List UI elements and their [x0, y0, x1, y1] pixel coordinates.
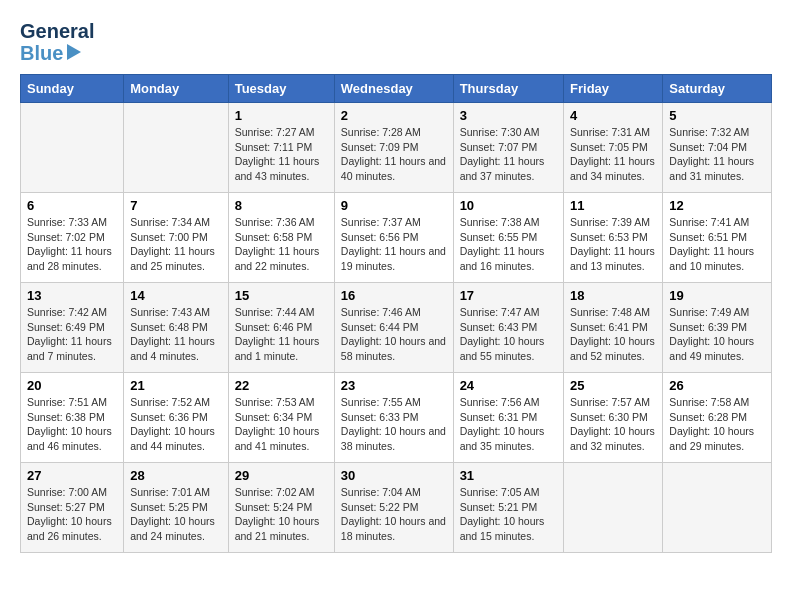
day-of-week-header: Thursday [453, 75, 563, 103]
day-info: Sunrise: 7:48 AM Sunset: 6:41 PM Dayligh… [570, 305, 656, 364]
calendar-day-cell: 18Sunrise: 7:48 AM Sunset: 6:41 PM Dayli… [564, 283, 663, 373]
day-info: Sunrise: 7:01 AM Sunset: 5:25 PM Dayligh… [130, 485, 222, 544]
page-header: General Blue [20, 20, 772, 64]
calendar-day-cell: 7Sunrise: 7:34 AM Sunset: 7:00 PM Daylig… [124, 193, 229, 283]
day-of-week-header: Tuesday [228, 75, 334, 103]
logo-blue: Blue [20, 42, 94, 64]
calendar-day-cell: 29Sunrise: 7:02 AM Sunset: 5:24 PM Dayli… [228, 463, 334, 553]
calendar-day-cell: 19Sunrise: 7:49 AM Sunset: 6:39 PM Dayli… [663, 283, 772, 373]
day-number: 23 [341, 378, 447, 393]
calendar-day-cell: 16Sunrise: 7:46 AM Sunset: 6:44 PM Dayli… [334, 283, 453, 373]
day-number: 15 [235, 288, 328, 303]
day-of-week-header: Sunday [21, 75, 124, 103]
day-info: Sunrise: 7:32 AM Sunset: 7:04 PM Dayligh… [669, 125, 765, 184]
day-info: Sunrise: 7:38 AM Sunset: 6:55 PM Dayligh… [460, 215, 557, 274]
day-of-week-header: Monday [124, 75, 229, 103]
calendar-day-cell: 25Sunrise: 7:57 AM Sunset: 6:30 PM Dayli… [564, 373, 663, 463]
calendar-week-row: 1Sunrise: 7:27 AM Sunset: 7:11 PM Daylig… [21, 103, 772, 193]
day-info: Sunrise: 7:31 AM Sunset: 7:05 PM Dayligh… [570, 125, 656, 184]
calendar-day-cell: 27Sunrise: 7:00 AM Sunset: 5:27 PM Dayli… [21, 463, 124, 553]
calendar-day-cell: 6Sunrise: 7:33 AM Sunset: 7:02 PM Daylig… [21, 193, 124, 283]
day-info: Sunrise: 7:56 AM Sunset: 6:31 PM Dayligh… [460, 395, 557, 454]
day-info: Sunrise: 7:33 AM Sunset: 7:02 PM Dayligh… [27, 215, 117, 274]
day-number: 29 [235, 468, 328, 483]
calendar-week-row: 6Sunrise: 7:33 AM Sunset: 7:02 PM Daylig… [21, 193, 772, 283]
day-info: Sunrise: 7:41 AM Sunset: 6:51 PM Dayligh… [669, 215, 765, 274]
day-info: Sunrise: 7:02 AM Sunset: 5:24 PM Dayligh… [235, 485, 328, 544]
day-info: Sunrise: 7:27 AM Sunset: 7:11 PM Dayligh… [235, 125, 328, 184]
day-number: 13 [27, 288, 117, 303]
day-number: 19 [669, 288, 765, 303]
day-number: 9 [341, 198, 447, 213]
day-number: 4 [570, 108, 656, 123]
day-info: Sunrise: 7:44 AM Sunset: 6:46 PM Dayligh… [235, 305, 328, 364]
calendar-day-cell: 28Sunrise: 7:01 AM Sunset: 5:25 PM Dayli… [124, 463, 229, 553]
day-info: Sunrise: 7:30 AM Sunset: 7:07 PM Dayligh… [460, 125, 557, 184]
day-of-week-header: Friday [564, 75, 663, 103]
day-number: 10 [460, 198, 557, 213]
calendar-day-cell [564, 463, 663, 553]
logo-text: General Blue [20, 20, 94, 64]
day-info: Sunrise: 7:49 AM Sunset: 6:39 PM Dayligh… [669, 305, 765, 364]
calendar-day-cell: 5Sunrise: 7:32 AM Sunset: 7:04 PM Daylig… [663, 103, 772, 193]
calendar-day-cell: 2Sunrise: 7:28 AM Sunset: 7:09 PM Daylig… [334, 103, 453, 193]
calendar-day-cell: 15Sunrise: 7:44 AM Sunset: 6:46 PM Dayli… [228, 283, 334, 373]
calendar-day-cell: 4Sunrise: 7:31 AM Sunset: 7:05 PM Daylig… [564, 103, 663, 193]
day-number: 14 [130, 288, 222, 303]
day-of-week-header: Wednesday [334, 75, 453, 103]
day-number: 16 [341, 288, 447, 303]
calendar-day-cell: 11Sunrise: 7:39 AM Sunset: 6:53 PM Dayli… [564, 193, 663, 283]
calendar-week-row: 27Sunrise: 7:00 AM Sunset: 5:27 PM Dayli… [21, 463, 772, 553]
day-number: 17 [460, 288, 557, 303]
calendar-day-cell [663, 463, 772, 553]
calendar-week-row: 13Sunrise: 7:42 AM Sunset: 6:49 PM Dayli… [21, 283, 772, 373]
calendar-day-cell: 9Sunrise: 7:37 AM Sunset: 6:56 PM Daylig… [334, 193, 453, 283]
day-info: Sunrise: 7:58 AM Sunset: 6:28 PM Dayligh… [669, 395, 765, 454]
day-info: Sunrise: 7:39 AM Sunset: 6:53 PM Dayligh… [570, 215, 656, 274]
day-number: 24 [460, 378, 557, 393]
calendar-day-cell: 3Sunrise: 7:30 AM Sunset: 7:07 PM Daylig… [453, 103, 563, 193]
day-info: Sunrise: 7:00 AM Sunset: 5:27 PM Dayligh… [27, 485, 117, 544]
day-number: 8 [235, 198, 328, 213]
calendar-day-cell: 31Sunrise: 7:05 AM Sunset: 5:21 PM Dayli… [453, 463, 563, 553]
day-number: 11 [570, 198, 656, 213]
day-number: 22 [235, 378, 328, 393]
logo-arrow-icon [67, 44, 81, 60]
logo: General Blue [20, 20, 94, 64]
day-number: 18 [570, 288, 656, 303]
day-number: 31 [460, 468, 557, 483]
day-info: Sunrise: 7:52 AM Sunset: 6:36 PM Dayligh… [130, 395, 222, 454]
day-info: Sunrise: 7:04 AM Sunset: 5:22 PM Dayligh… [341, 485, 447, 544]
calendar-day-cell: 30Sunrise: 7:04 AM Sunset: 5:22 PM Dayli… [334, 463, 453, 553]
calendar-day-cell: 13Sunrise: 7:42 AM Sunset: 6:49 PM Dayli… [21, 283, 124, 373]
day-info: Sunrise: 7:36 AM Sunset: 6:58 PM Dayligh… [235, 215, 328, 274]
calendar-day-cell: 26Sunrise: 7:58 AM Sunset: 6:28 PM Dayli… [663, 373, 772, 463]
day-info: Sunrise: 7:55 AM Sunset: 6:33 PM Dayligh… [341, 395, 447, 454]
day-number: 5 [669, 108, 765, 123]
day-number: 30 [341, 468, 447, 483]
day-info: Sunrise: 7:05 AM Sunset: 5:21 PM Dayligh… [460, 485, 557, 544]
calendar-day-cell: 14Sunrise: 7:43 AM Sunset: 6:48 PM Dayli… [124, 283, 229, 373]
calendar-day-cell: 8Sunrise: 7:36 AM Sunset: 6:58 PM Daylig… [228, 193, 334, 283]
day-info: Sunrise: 7:28 AM Sunset: 7:09 PM Dayligh… [341, 125, 447, 184]
day-number: 3 [460, 108, 557, 123]
day-number: 28 [130, 468, 222, 483]
calendar-day-cell: 20Sunrise: 7:51 AM Sunset: 6:38 PM Dayli… [21, 373, 124, 463]
calendar-day-cell: 21Sunrise: 7:52 AM Sunset: 6:36 PM Dayli… [124, 373, 229, 463]
calendar-week-row: 20Sunrise: 7:51 AM Sunset: 6:38 PM Dayli… [21, 373, 772, 463]
day-info: Sunrise: 7:43 AM Sunset: 6:48 PM Dayligh… [130, 305, 222, 364]
calendar-day-cell: 23Sunrise: 7:55 AM Sunset: 6:33 PM Dayli… [334, 373, 453, 463]
day-number: 2 [341, 108, 447, 123]
day-of-week-header: Saturday [663, 75, 772, 103]
calendar-day-cell [124, 103, 229, 193]
day-number: 12 [669, 198, 765, 213]
day-number: 6 [27, 198, 117, 213]
day-number: 7 [130, 198, 222, 213]
calendar-day-cell: 10Sunrise: 7:38 AM Sunset: 6:55 PM Dayli… [453, 193, 563, 283]
calendar-day-cell: 1Sunrise: 7:27 AM Sunset: 7:11 PM Daylig… [228, 103, 334, 193]
day-info: Sunrise: 7:57 AM Sunset: 6:30 PM Dayligh… [570, 395, 656, 454]
calendar-day-cell: 17Sunrise: 7:47 AM Sunset: 6:43 PM Dayli… [453, 283, 563, 373]
calendar-header-row: SundayMondayTuesdayWednesdayThursdayFrid… [21, 75, 772, 103]
calendar-day-cell [21, 103, 124, 193]
calendar-table: SundayMondayTuesdayWednesdayThursdayFrid… [20, 74, 772, 553]
